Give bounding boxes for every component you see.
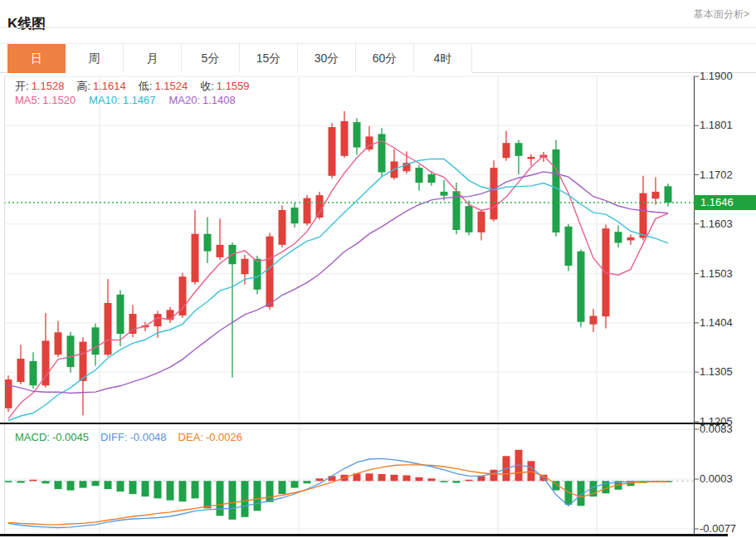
readout-pair: 高:1.1614 [76, 79, 125, 94]
axis-tick-label: 1.1801 [700, 119, 753, 132]
readout-pair: MA5:1.1520 [15, 94, 76, 106]
tab-日[interactable]: 日 [7, 44, 66, 73]
tab-15分[interactable]: 15分 [240, 44, 298, 73]
axis-tick-label: 1.1900 [700, 70, 753, 83]
current-price-badge: 1.1646 [694, 195, 756, 210]
fundamental-analysis-link[interactable]: 基本面分析> [694, 7, 749, 22]
readout-pair: DEA:-0.0026 [178, 431, 242, 443]
macd-readout: MACD:-0.0045DIFF:-0.0048DEA:-0.0026 [15, 431, 242, 443]
tab-5分[interactable]: 5分 [182, 44, 240, 73]
axis-tick-label: 1.1305 [700, 365, 753, 379]
tab-60分[interactable]: 60分 [356, 44, 414, 73]
ma10-line [8, 159, 668, 420]
readout-pair: 收:1.1559 [200, 79, 249, 94]
readout-pair: 低:1.1524 [139, 79, 188, 94]
page-title: K线图 [7, 14, 46, 33]
ma20-line [8, 172, 668, 394]
header-divider [0, 27, 756, 28]
axis-tick-label: -0.0077 [700, 522, 753, 536]
candles-group [5, 111, 672, 415]
axis-tick-label: 1.1702 [700, 169, 753, 182]
axis-tick-label: 1.1404 [700, 316, 753, 330]
ma5-line [8, 141, 668, 419]
axis-tick-label: 1.1503 [700, 267, 753, 281]
tab-周[interactable]: 周 [66, 44, 124, 73]
ma-readout: MA5:1.1520MA10:1.1467MA20:1.1408 [15, 94, 236, 106]
period-tabbar: 日周月5分15分30分60分4时 [0, 43, 756, 73]
readout-pair: 开:1.1528 [15, 79, 64, 94]
axis-tick-label: 0.0083 [700, 423, 753, 436]
readout-pair: DIFF:-0.0048 [100, 431, 167, 443]
axis-tick-label: 0.0003 [700, 472, 753, 486]
axis-tick-label: 1.1603 [700, 218, 753, 231]
readout-pair: MACD:-0.0045 [15, 431, 89, 443]
tab-4时[interactable]: 4时 [414, 44, 472, 73]
kline-widget: K线图 基本面分析> 日周月5分15分30分60分4时 开:1.1528高:1.… [0, 0, 756, 538]
readout-pair: MA20:1.1408 [168, 94, 235, 106]
readout-pair: MA10:1.1467 [89, 94, 155, 106]
tab-月[interactable]: 月 [124, 44, 182, 73]
tab-30分[interactable]: 30分 [298, 44, 356, 73]
period-tabs: 日周月5分15分30分60分4时 [7, 44, 472, 73]
ohlc-readout: 开:1.1528高:1.1614低:1.1524收:1.1559 [15, 79, 250, 94]
